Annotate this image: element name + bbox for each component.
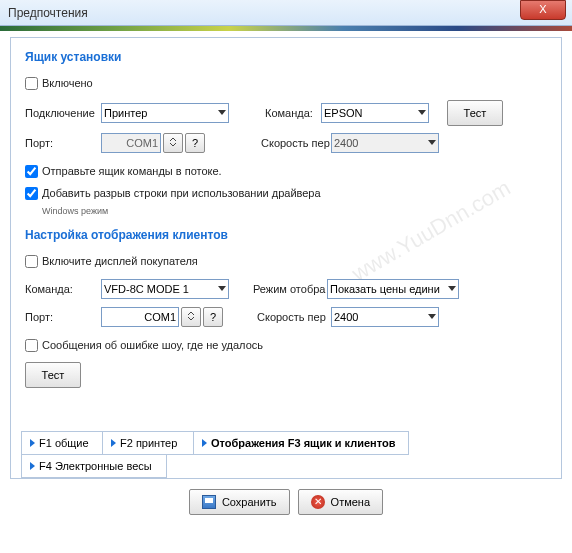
team-label: Команда: <box>265 107 321 119</box>
test-button-2[interactable]: Тест <box>25 362 81 388</box>
section-drawer-title: Ящик установки <box>25 50 547 64</box>
save-icon <box>202 495 216 509</box>
connection-combo[interactable] <box>101 103 229 123</box>
save-button[interactable]: Сохранить <box>189 489 290 515</box>
add-break-checkbox[interactable] <box>25 187 38 200</box>
tab-arrow-icon <box>30 439 35 447</box>
speed-combo-1 <box>331 133 439 153</box>
save-label: Сохранить <box>222 496 277 508</box>
tab-printer[interactable]: F2 принтер <box>102 431 194 455</box>
team-label-2: Команда: <box>25 283 85 295</box>
close-button[interactable]: X <box>520 0 566 20</box>
enable-display-label: Включите дисплей покупателя <box>42 255 198 267</box>
port-help-2[interactable]: ? <box>203 307 223 327</box>
add-break-label: Добавить разрыв строки при использовании… <box>42 187 321 199</box>
connection-label: Подключение <box>25 107 101 119</box>
cancel-label: Отмена <box>331 496 370 508</box>
main-panel: www.YuuDnn.com Ящик установки Включено П… <box>10 37 562 479</box>
test-button-1[interactable]: Тест <box>447 100 503 126</box>
speed-label-2: Скорость пер <box>257 311 331 323</box>
tab-label: Отображения F3 ящик и клиентов <box>211 437 395 449</box>
port-input-2[interactable] <box>101 307 179 327</box>
tab-bar: F1 общие F2 принтер Отображения F3 ящик … <box>21 432 551 478</box>
stepper-arrows-icon <box>168 137 178 147</box>
mode-label: Режим отобра <box>253 283 327 295</box>
tab-label: F4 Электронные весы <box>39 460 152 472</box>
tab-arrow-icon <box>30 462 35 470</box>
team-combo[interactable] <box>321 103 429 123</box>
enable-display-checkbox[interactable] <box>25 255 38 268</box>
cancel-button[interactable]: ✕ Отмена <box>298 489 383 515</box>
tab-arrow-icon <box>111 439 116 447</box>
decor-strip <box>0 26 572 31</box>
speed-combo-2[interactable] <box>331 307 439 327</box>
tab-label: F2 принтер <box>120 437 177 449</box>
close-icon: X <box>539 3 546 15</box>
enabled-checkbox[interactable] <box>25 77 38 90</box>
error-msg-checkbox[interactable] <box>25 339 38 352</box>
tab-label: F1 общие <box>39 437 89 449</box>
speed-label-1: Скорость пер <box>261 137 331 149</box>
port-stepper-2[interactable] <box>181 307 201 327</box>
window-title: Предпочтения <box>0 6 88 20</box>
team-combo-2[interactable] <box>101 279 229 299</box>
title-bar: Предпочтения X <box>0 0 572 26</box>
send-stream-label: Отправьте ящик команды в потоке. <box>42 165 222 177</box>
error-msg-label: Сообщения об ошибке шоу, где не удалось <box>42 339 263 351</box>
enabled-label: Включено <box>42 77 93 89</box>
mode-combo[interactable] <box>327 279 459 299</box>
tab-scales[interactable]: F4 Электронные весы <box>21 454 167 478</box>
stepper-arrows-icon <box>186 311 196 321</box>
cancel-icon: ✕ <box>311 495 325 509</box>
port-label-1: Порт: <box>25 137 101 149</box>
port-label-2: Порт: <box>25 311 85 323</box>
footer: Сохранить ✕ Отмена <box>0 489 572 515</box>
tab-general[interactable]: F1 общие <box>21 431 103 455</box>
windows-mode-label: Windows режим <box>42 206 108 216</box>
tab-drawer-clients[interactable]: Отображения F3 ящик и клиентов <box>193 431 409 455</box>
port-input-1 <box>101 133 161 153</box>
port-stepper-1[interactable] <box>163 133 183 153</box>
section-display-title: Настройка отображения клиентов <box>25 228 547 242</box>
send-stream-checkbox[interactable] <box>25 165 38 178</box>
port-help-1[interactable]: ? <box>185 133 205 153</box>
tab-arrow-icon <box>202 439 207 447</box>
